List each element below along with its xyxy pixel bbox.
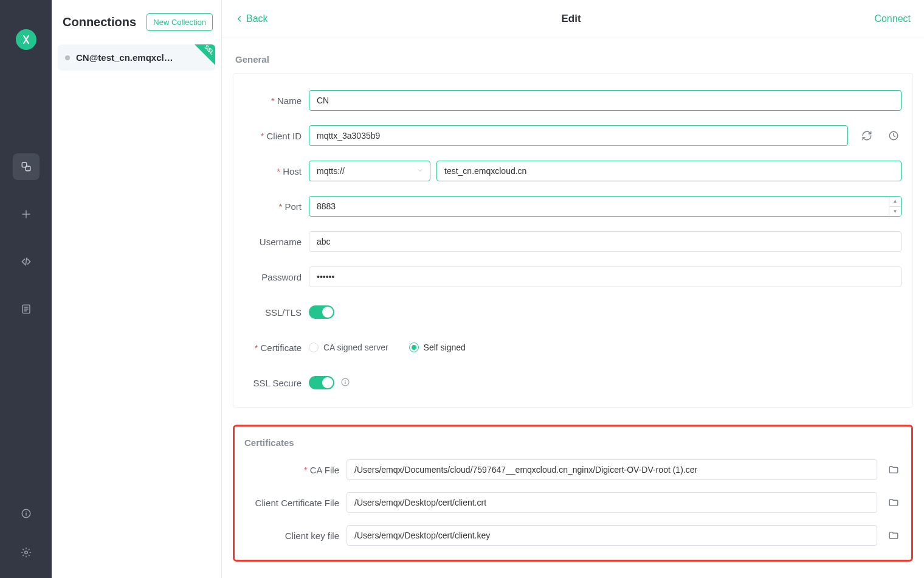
- timestamp-icon[interactable]: [886, 128, 902, 144]
- ca-file-input[interactable]: [346, 459, 877, 480]
- ca-file-label: CA File: [244, 465, 339, 475]
- back-label: Back: [246, 13, 268, 24]
- clientkey-input[interactable]: [346, 525, 877, 546]
- nav-rail: [0, 0, 52, 578]
- host-scheme-value: mqtts://: [317, 166, 345, 176]
- sidebar-title: Connections: [63, 15, 136, 29]
- new-collection-button[interactable]: New Collection: [147, 13, 213, 31]
- host-scheme-select[interactable]: mqtts://: [309, 161, 430, 181]
- cert-radio-self[interactable]: Self signed: [409, 343, 466, 352]
- ssl-switch[interactable]: [309, 305, 334, 319]
- cert-radio-ca[interactable]: CA signed server: [309, 343, 388, 352]
- nav-settings-icon[interactable]: [13, 539, 40, 566]
- cert-radio-self-label: Self signed: [424, 343, 466, 352]
- ca-file-browse-icon[interactable]: [886, 462, 902, 478]
- port-label: Port: [244, 201, 302, 212]
- general-card: Name Client ID: [233, 73, 913, 408]
- ssl-label: SSL/TLS: [244, 307, 302, 318]
- top-bar: Back Edit Connect: [222, 0, 924, 38]
- stepper-up-icon[interactable]: ▲: [889, 197, 901, 207]
- status-dot-icon: [65, 55, 70, 60]
- password-label: Password: [244, 272, 302, 282]
- connection-item[interactable]: CN@test_cn.emqxcl… SSL: [58, 44, 215, 71]
- nav-log-icon[interactable]: [13, 296, 40, 322]
- stepper-down-icon[interactable]: ▼: [889, 207, 901, 217]
- info-icon[interactable]: [340, 377, 350, 389]
- connect-button[interactable]: Connect: [874, 13, 911, 24]
- clientcert-label: Client Certificate File: [244, 498, 339, 508]
- certificates-card: Certificates CA File Client Certificate …: [233, 425, 913, 562]
- username-label: Username: [244, 237, 302, 247]
- section-title-certificates: Certificates: [244, 437, 902, 448]
- clientkey-label: Client key file: [244, 531, 339, 541]
- sslsecure-switch[interactable]: [309, 376, 334, 389]
- regenerate-icon[interactable]: [859, 128, 875, 144]
- app-logo: [16, 29, 36, 50]
- clientid-input[interactable]: [309, 125, 848, 146]
- chevron-down-icon: [416, 166, 424, 176]
- nav-add-icon[interactable]: [13, 201, 40, 228]
- clientcert-browse-icon[interactable]: [886, 495, 902, 510]
- section-title-general: General: [235, 54, 913, 64]
- nav-about-icon[interactable]: [13, 500, 40, 527]
- host-input[interactable]: [436, 161, 902, 181]
- host-label: Host: [244, 166, 302, 176]
- clientkey-browse-icon[interactable]: [886, 528, 902, 543]
- cert-label: Certificate: [244, 343, 302, 353]
- port-input[interactable]: [309, 196, 902, 217]
- clientcert-input[interactable]: [346, 492, 877, 513]
- cert-radio-ca-label: CA signed server: [323, 343, 388, 352]
- nav-connections-icon[interactable]: [13, 153, 40, 180]
- name-label: Name: [244, 96, 302, 106]
- sslsecure-label: SSL Secure: [244, 378, 302, 388]
- port-stepper[interactable]: ▲ ▼: [889, 197, 901, 216]
- svg-point-4: [24, 551, 27, 554]
- page-title: Edit: [561, 13, 581, 25]
- connections-sidebar: Connections New Collection CN@test_cn.em…: [52, 0, 222, 578]
- password-input[interactable]: [309, 266, 902, 287]
- nav-code-icon[interactable]: [13, 248, 40, 275]
- username-input[interactable]: [309, 231, 902, 252]
- clientid-label: Client ID: [244, 131, 302, 141]
- back-button[interactable]: Back: [235, 13, 268, 24]
- connection-name: CN@test_cn.emqxcl…: [76, 52, 173, 63]
- name-input[interactable]: [309, 90, 902, 111]
